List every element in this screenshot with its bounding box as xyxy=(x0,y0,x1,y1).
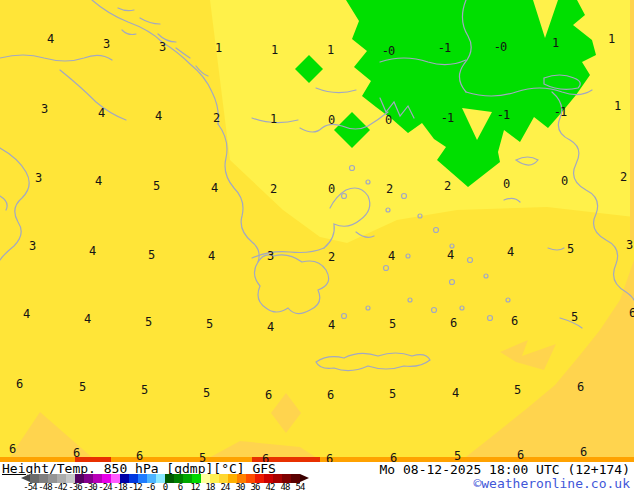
forecast-timestamp: Mo 08-12-2025 18:00 UTC (12+174) xyxy=(380,462,630,477)
copyright-link[interactable]: ©weatheronline.co.uk xyxy=(473,476,630,490)
scale-arrow-left xyxy=(21,474,30,482)
field-gold-right-edge xyxy=(630,0,634,240)
legend-bar: Height/Temp. 850 hPa [gdmp][°C] GFS -54-… xyxy=(0,462,634,490)
forecast-map[interactable]: 433111-0-1-0113442100-1-1-11345420220023… xyxy=(0,0,634,462)
scale-tick: 54 xyxy=(287,482,313,490)
scale-arrow-right xyxy=(300,474,309,482)
map-canvas xyxy=(0,0,634,462)
weather-map-screenshot: 433111-0-1-0113442100-1-1-11345420220023… xyxy=(0,0,634,490)
